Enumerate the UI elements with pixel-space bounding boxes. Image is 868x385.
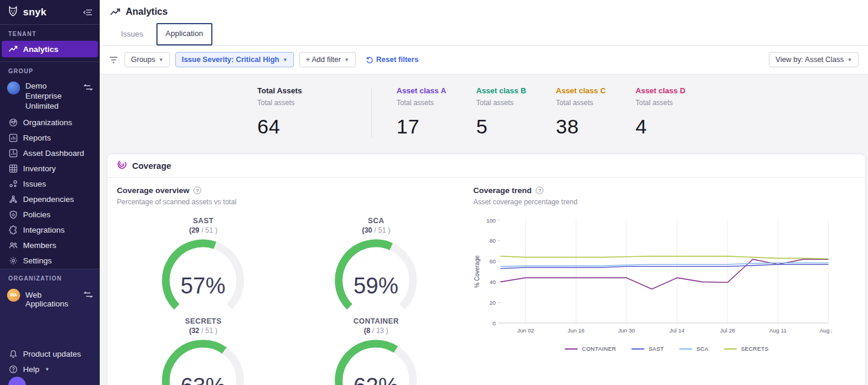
- groups-filter-button[interactable]: Groups ▼: [125, 52, 170, 67]
- group-name: Demo Enterprise Unlimited: [25, 81, 78, 112]
- group-avatar: [7, 81, 20, 94]
- sidebar-collapse-icon[interactable]: [83, 8, 93, 17]
- sidebar-item-label: Dependencies: [23, 195, 74, 204]
- svg-text:60: 60: [489, 258, 496, 265]
- filter-bar: Groups ▼ Issue Severity: Critical High ▼…: [100, 46, 868, 74]
- tab-issues[interactable]: Issues: [114, 24, 150, 45]
- sidebar-item-label: Analytics: [23, 45, 58, 54]
- stat-total-assets: Total Assets Total assets 64: [257, 86, 371, 138]
- stat-label: Asset class C: [556, 86, 636, 95]
- coverage-panel-title: Coverage: [132, 161, 171, 171]
- svg-text:57%: 57%: [181, 273, 225, 298]
- gauge-label: CONTAINER: [353, 317, 399, 325]
- bell-icon: [8, 349, 18, 358]
- switch-org-icon[interactable]: [84, 289, 93, 300]
- stat-value: 17: [397, 115, 476, 138]
- stats-divider: [371, 87, 372, 137]
- sidebar-item-label: Members: [23, 241, 56, 250]
- group-section-label: GROUP: [0, 62, 100, 78]
- sidebar-item-label: Inventory: [23, 164, 56, 173]
- gauge-fraction: (32 / 51 ): [189, 327, 217, 335]
- stat-label: Asset class D: [636, 86, 715, 95]
- tab-application[interactable]: Application: [156, 23, 213, 45]
- chevron-down-icon: ▼: [847, 57, 852, 63]
- svg-text:20: 20: [489, 299, 496, 306]
- settings-gear-icon: [8, 256, 18, 266]
- stat-value: 5: [476, 115, 556, 138]
- view-by-button[interactable]: View by: Asset Class ▼: [769, 52, 859, 67]
- sidebar-item-dependencies[interactable]: Dependencies: [0, 192, 100, 207]
- page-topbar: Analytics Issues Application: [100, 0, 868, 46]
- stat-sublabel: Total assets: [397, 99, 476, 107]
- sidebar-item-analytics[interactable]: Analytics: [2, 41, 98, 57]
- legend-swatch: [631, 348, 644, 350]
- help-item[interactable]: Help ▾: [0, 361, 100, 377]
- legend-sast[interactable]: SAST: [631, 345, 664, 352]
- asset-dashboard-icon: [8, 149, 18, 158]
- help-caret-icon: ▾: [46, 366, 49, 372]
- product-updates-item[interactable]: Product updates: [0, 346, 100, 361]
- svg-text:59%: 59%: [353, 273, 398, 298]
- sidebar-item-integrations[interactable]: Integrations: [0, 223, 100, 238]
- sidebar-item-asset-dashboard[interactable]: Asset Dashboard: [0, 146, 100, 161]
- gauge-label: SCA: [368, 217, 385, 225]
- reset-filters-button[interactable]: Reset filters: [366, 56, 419, 64]
- coverage-overview-help-icon[interactable]: ?: [194, 187, 201, 194]
- chevron-down-icon: ▼: [159, 57, 163, 63]
- org-switcher[interactable]: WA Web Applications: [0, 285, 100, 312]
- reset-filters-label: Reset filters: [376, 56, 419, 64]
- snyk-dog-icon: [7, 5, 19, 19]
- gauge-label: SECRETS: [185, 317, 222, 325]
- stat-value: 64: [257, 115, 371, 138]
- legend-secrets[interactable]: SECRETS: [724, 345, 769, 352]
- svg-text:62%: 62%: [353, 374, 398, 385]
- org-name: Web Applications: [25, 289, 78, 308]
- gauge-arc: 63%: [156, 337, 250, 385]
- org-avatar: WA: [7, 289, 20, 302]
- sidebar-item-issues[interactable]: Issues: [0, 177, 100, 192]
- svg-text:80: 80: [489, 237, 496, 244]
- stat-sublabel: Total assets: [556, 99, 636, 107]
- add-filter-button[interactable]: + Add filter ▼: [299, 52, 355, 67]
- stat-asset-class-a: Asset class A Total assets 17: [397, 86, 476, 138]
- sidebar-item-inventory[interactable]: Inventory: [0, 161, 100, 177]
- sidebar-item-label: Policies: [23, 210, 51, 219]
- gauge-fraction: (8 / 13 ): [364, 327, 388, 335]
- gauge-arc: 57%: [156, 237, 250, 312]
- legend-sca[interactable]: SCA: [679, 345, 708, 352]
- sidebar-item-reports[interactable]: Reports: [0, 130, 100, 146]
- sidebar-item-label: Settings: [23, 256, 52, 265]
- gauge-container: CONTAINER (8 / 13 ) 62%: [290, 317, 463, 385]
- sidebar-item-policies[interactable]: Policies: [0, 207, 100, 223]
- group-switcher[interactable]: Demo Enterprise Unlimited: [0, 78, 100, 115]
- svg-text:Jun 30: Jun 30: [618, 327, 635, 334]
- switch-group-icon[interactable]: [84, 81, 93, 93]
- coverage-trend-help-icon[interactable]: ?: [536, 187, 543, 194]
- coverage-trend-subtitle: Asset coverage percentage trend: [473, 198, 860, 206]
- gauge-fraction: (30 / 51 ): [362, 226, 390, 234]
- stat-value: 38: [556, 115, 636, 138]
- trend-legend: CONTAINER SAST SCA: [473, 345, 860, 352]
- svg-text:Aug 25: Aug 25: [820, 327, 832, 334]
- app-root: snyk TENANT Analytics GROUP Demo Enterpr…: [0, 0, 868, 385]
- asset-stats-row: Total Assets Total assets 64 Asset class…: [107, 74, 866, 154]
- severity-filter-button[interactable]: Issue Severity: Critical High ▼: [175, 52, 294, 67]
- sidebar-item-organizations[interactable]: Organizations: [0, 115, 100, 130]
- stat-label: Asset class B: [476, 86, 556, 95]
- main-area: Analytics Issues Application Groups ▼ Is…: [100, 0, 868, 385]
- gauge-secrets: SECRETS (32 / 51 ) 63%: [117, 317, 290, 385]
- coverage-overview-title: Coverage overview: [117, 186, 189, 195]
- svg-text:40: 40: [489, 279, 496, 285]
- sidebar-item-settings[interactable]: Settings: [0, 253, 100, 269]
- sidebar-item-members[interactable]: Members: [0, 238, 100, 253]
- coverage-overview-subtitle: Percentage of scanned assets vs total: [117, 198, 463, 206]
- filter-funnel-icon[interactable]: [109, 56, 118, 64]
- snyk-logo[interactable]: snyk: [7, 5, 47, 19]
- svg-text:Jul 28: Jul 28: [720, 327, 735, 334]
- tabs: Issues Application: [100, 19, 868, 45]
- legend-container[interactable]: CONTAINER: [565, 345, 616, 352]
- help-icon: [8, 364, 18, 374]
- sidebar-item-label: Asset Dashboard: [23, 149, 84, 158]
- gauge-grid: SAST (29 / 51 ) 57% SCA (30 / 51 ) 59% S…: [117, 217, 463, 385]
- groups-filter-label: Groups: [131, 56, 155, 64]
